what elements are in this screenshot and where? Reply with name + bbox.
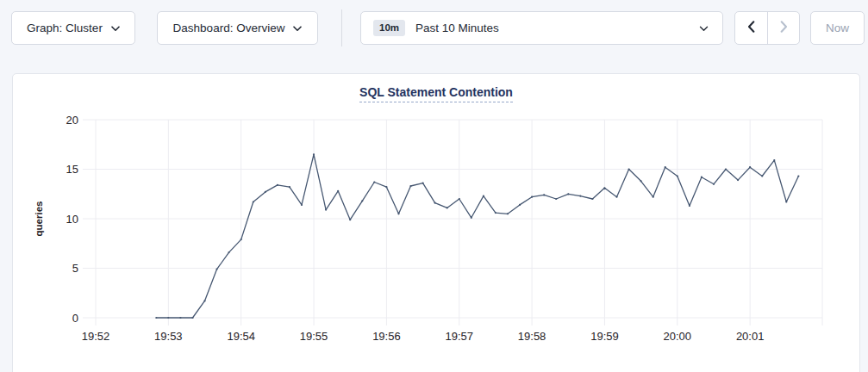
- y-tick-label: 15: [66, 163, 78, 176]
- data-point: [785, 201, 787, 202]
- data-point: [228, 251, 230, 253]
- data-point: [289, 186, 290, 188]
- data-point: [265, 191, 266, 193]
- data-point: [373, 181, 375, 183]
- data-point: [555, 198, 557, 200]
- data-point: [446, 207, 448, 208]
- graph-dropdown[interactable]: Graph: Cluster: [11, 11, 135, 45]
- chevron-down-icon: [111, 26, 120, 32]
- chevron-left-icon: [747, 21, 755, 35]
- data-point: [567, 193, 569, 195]
- toolbar-divider: [341, 9, 342, 46]
- chevron-right-icon: [780, 21, 788, 35]
- data-point: [725, 168, 727, 170]
- sql-contention-line-chart[interactable]: 0510152019:5219:5319:5419:5519:5619:5719…: [13, 74, 861, 372]
- data-point: [216, 269, 218, 270]
- chevron-down-icon: [293, 26, 302, 32]
- previous-time-window-button[interactable]: [735, 12, 767, 44]
- data-point: [397, 213, 399, 214]
- time-range-label: Past 10 Minutes: [415, 22, 499, 34]
- time-range-badge: 10m: [373, 20, 405, 37]
- y-tick-label: 20: [66, 114, 78, 127]
- x-tick-label: 19:54: [227, 330, 255, 343]
- data-point: [519, 204, 521, 206]
- data-point: [434, 202, 436, 204]
- data-point: [483, 195, 484, 197]
- data-point: [797, 175, 799, 177]
- data-point: [773, 159, 775, 161]
- y-tick-label: 0: [72, 312, 78, 325]
- data-point: [313, 153, 315, 155]
- data-point: [603, 187, 605, 189]
- now-button[interactable]: Now: [810, 11, 865, 45]
- data-point: [337, 190, 339, 192]
- data-point: [191, 317, 193, 319]
- data-point: [665, 166, 666, 168]
- x-tick-label: 19:57: [445, 330, 473, 343]
- data-point: [240, 239, 242, 240]
- data-point: [579, 195, 581, 197]
- data-point: [325, 209, 327, 211]
- data-point: [459, 198, 460, 200]
- x-tick-label: 19:58: [518, 330, 546, 343]
- y-axis-label: queries: [34, 202, 44, 237]
- chevron-down-icon: [699, 26, 709, 32]
- time-range-picker[interactable]: 10m Past 10 Minutes: [360, 11, 723, 45]
- data-point: [301, 204, 303, 206]
- data-point: [749, 166, 751, 168]
- data-point: [713, 183, 715, 185]
- data-point: [761, 175, 763, 177]
- data-point: [385, 186, 387, 188]
- y-tick-label: 5: [72, 262, 78, 275]
- data-point: [179, 317, 181, 319]
- data-point: [531, 196, 533, 198]
- x-tick-label: 19:52: [82, 330, 110, 343]
- series-line: [156, 154, 798, 318]
- chart-panel: SQL Statement Contention 0510152019:5219…: [12, 73, 860, 372]
- data-point: [701, 177, 703, 178]
- data-point: [543, 194, 545, 195]
- x-tick-label: 19:53: [154, 330, 183, 343]
- data-point: [640, 180, 642, 182]
- data-point: [277, 184, 278, 186]
- data-point: [653, 196, 654, 198]
- data-point: [689, 205, 690, 207]
- data-point: [628, 168, 630, 170]
- data-point: [167, 317, 169, 319]
- data-point: [615, 196, 617, 198]
- data-point: [155, 317, 157, 319]
- data-point: [349, 219, 351, 220]
- data-point: [677, 175, 678, 177]
- dashboard-dropdown[interactable]: Dashboard: Overview: [157, 11, 318, 45]
- time-window-arrows: [734, 11, 800, 45]
- data-point: [253, 201, 254, 202]
- data-point: [591, 198, 593, 200]
- data-point: [471, 217, 472, 219]
- data-point: [409, 185, 411, 187]
- y-tick-label: 10: [66, 213, 78, 226]
- x-tick-label: 20:01: [736, 330, 765, 343]
- next-time-window-button[interactable]: [767, 12, 799, 44]
- now-button-label: Now: [826, 22, 849, 34]
- x-tick-label: 20:00: [664, 330, 692, 343]
- x-tick-label: 19:56: [372, 330, 401, 343]
- graph-dropdown-label: Graph: Cluster: [27, 22, 103, 34]
- data-point: [361, 200, 363, 202]
- x-tick-label: 19:59: [590, 330, 619, 343]
- data-point: [495, 212, 496, 214]
- data-point: [507, 213, 509, 214]
- data-point: [422, 183, 424, 184]
- data-point: [737, 179, 739, 181]
- data-point: [203, 300, 205, 301]
- dashboard-dropdown-label: Dashboard: Overview: [173, 22, 285, 34]
- x-tick-label: 19:55: [300, 330, 328, 343]
